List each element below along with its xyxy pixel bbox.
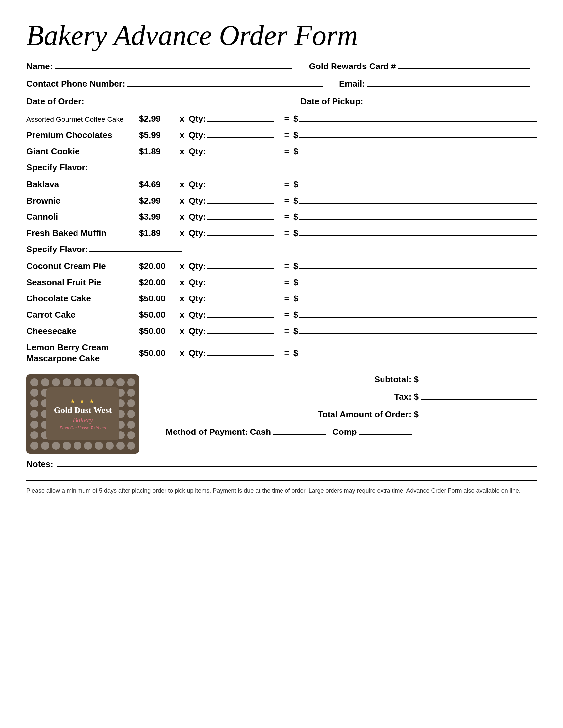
- qty-group: Qty:: [189, 294, 280, 304]
- item-total-line[interactable]: [300, 317, 537, 318]
- qty-group: Qty:: [189, 212, 280, 222]
- item-total-line[interactable]: [300, 187, 537, 187]
- item-name: Lemon Berry CreamMascarpone Cake: [26, 342, 139, 365]
- subtotal-row: Subtotal: $: [165, 374, 537, 385]
- gold-rewards-input-line[interactable]: [398, 68, 530, 69]
- contact-row: Contact Phone Number: Email:: [26, 79, 537, 89]
- tax-line[interactable]: [421, 399, 537, 400]
- qty-input-line[interactable]: [207, 301, 273, 301]
- total-amount-line[interactable]: [421, 417, 537, 417]
- item-total-line[interactable]: [300, 268, 537, 269]
- date-order-label: Date of Order:: [26, 96, 84, 107]
- contact-phone-label: Contact Phone Number:: [26, 79, 125, 89]
- specify-input-line-1[interactable]: [89, 170, 182, 170]
- item-eq: =: [280, 294, 294, 304]
- item-price: $50.00: [139, 310, 175, 320]
- item-total-line[interactable]: [300, 121, 537, 122]
- item-eq: =: [280, 196, 294, 206]
- item-total-line[interactable]: [300, 301, 537, 301]
- logo-dot: [30, 399, 38, 407]
- item-eq: =: [280, 310, 294, 320]
- date-pickup-input-line[interactable]: [365, 104, 530, 104]
- item-total-line[interactable]: [300, 235, 537, 236]
- item-total-line[interactable]: [300, 353, 537, 353]
- qty-input-line[interactable]: [207, 219, 273, 220]
- email-input-line[interactable]: [367, 86, 530, 87]
- items-section: Assorted Gourmet Coffee Cake $2.99 x Qty…: [26, 114, 537, 365]
- specify-input-line-2[interactable]: [89, 251, 182, 252]
- qty-label: Qty:: [189, 294, 206, 304]
- item-dollar: $: [294, 212, 298, 222]
- qty-label: Qty:: [189, 146, 206, 157]
- qty-input-line[interactable]: [207, 317, 273, 318]
- phone-input-line[interactable]: [127, 86, 323, 87]
- qty-input-line[interactable]: [207, 203, 273, 204]
- logo-dot: [127, 442, 135, 450]
- qty-group: Qty:: [189, 326, 280, 336]
- item-total-line[interactable]: [300, 203, 537, 204]
- qty-group: Qty:: [189, 348, 280, 358]
- qty-label: Qty:: [189, 348, 206, 358]
- item-total-line[interactable]: [300, 137, 537, 138]
- cash-input-line[interactable]: [273, 434, 326, 435]
- date-order-input-line[interactable]: [86, 104, 284, 104]
- specify-label: Specify Flavor:: [26, 162, 88, 173]
- qty-input-line[interactable]: [207, 121, 273, 122]
- qty-input-line[interactable]: [207, 187, 273, 187]
- item-eq: =: [280, 212, 294, 222]
- item-x: x: [175, 179, 189, 190]
- qty-input-line[interactable]: [207, 268, 273, 269]
- qty-group: Qty:: [189, 196, 280, 206]
- logo-dot: [30, 442, 38, 450]
- qty-group: Qty:: [189, 146, 280, 157]
- item-row: Brownie $2.99 x Qty: = $: [26, 196, 537, 206]
- logo-dot: [127, 378, 135, 386]
- notes-line[interactable]: [57, 466, 537, 467]
- item-total-line[interactable]: [300, 219, 537, 220]
- item-row: Carrot Cake $50.00 x Qty: = $: [26, 310, 537, 320]
- qty-input-line[interactable]: [207, 235, 273, 236]
- item-eq: =: [280, 348, 294, 358]
- name-input-line[interactable]: [55, 68, 292, 69]
- qty-group: Qty:: [189, 277, 280, 288]
- logo-dot: [127, 421, 135, 429]
- qty-group: Qty:: [189, 310, 280, 320]
- item-eq: =: [280, 146, 294, 157]
- qty-input-line[interactable]: [207, 355, 273, 356]
- page-title: Bakery Advance Order Form: [26, 20, 537, 51]
- qty-input-line[interactable]: [207, 137, 273, 138]
- logo-area: ★ ★ ★ Gold Dust West Bakery From Our Hou…: [26, 374, 152, 454]
- item-row: Baklava $4.69 x Qty: = $: [26, 179, 537, 190]
- item-x: x: [175, 114, 189, 124]
- logo-dot: [30, 431, 38, 439]
- item-name: Assorted Gourmet Coffee Cake: [26, 115, 139, 123]
- item-row: Premium Chocolates $5.99 x Qty: = $: [26, 130, 537, 140]
- totals-section: ★ ★ ★ Gold Dust West Bakery From Our Hou…: [26, 374, 537, 454]
- qty-label: Qty:: [189, 326, 206, 336]
- item-x: x: [175, 261, 189, 271]
- item-row: Coconut Cream Pie $20.00 x Qty: = $: [26, 261, 537, 271]
- item-name: Cannoli: [26, 212, 139, 222]
- divider-2: [26, 480, 537, 481]
- item-total-line[interactable]: [300, 285, 537, 285]
- item-total-line[interactable]: [300, 154, 537, 154]
- item-x: x: [175, 326, 189, 336]
- qty-label: Qty:: [189, 196, 206, 206]
- item-x: x: [175, 277, 189, 288]
- logo-dot: [30, 410, 38, 418]
- logo-box: ★ ★ ★ Gold Dust West Bakery From Our Hou…: [26, 374, 139, 454]
- qty-input-line[interactable]: [207, 154, 273, 154]
- comp-input-line[interactable]: [359, 434, 412, 435]
- qty-input-line[interactable]: [207, 285, 273, 285]
- logo-dot: [41, 442, 49, 450]
- item-x: x: [175, 196, 189, 206]
- subtotal-line[interactable]: [421, 382, 537, 382]
- item-x: x: [175, 348, 189, 358]
- name-label: Name:: [26, 61, 53, 71]
- item-dollar: $: [294, 348, 298, 358]
- logo-title: Gold Dust West: [54, 406, 112, 415]
- qty-input-line[interactable]: [207, 333, 273, 334]
- item-total-line[interactable]: [300, 333, 537, 334]
- item-name: Baklava: [26, 179, 139, 190]
- logo-center: ★ ★ ★ Gold Dust West Bakery From Our Hou…: [46, 387, 119, 440]
